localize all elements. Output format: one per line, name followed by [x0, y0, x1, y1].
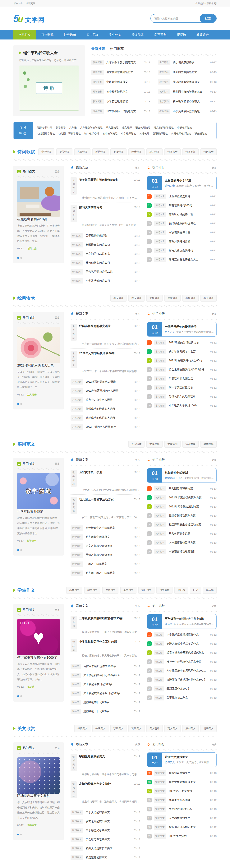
category-badge[interactable]: 读后感	[70, 673, 81, 678]
list-item[interactable]: 读后感关于我的校园的学生日记600字03-12	[70, 689, 140, 698]
featured-article[interactable]: 名人语录2022年元宵节经典语录80句03-12元宵节对于每一个中国人来讲都是有…	[70, 348, 140, 376]
category-badge[interactable]: 读后感	[70, 639, 77, 652]
article-link[interactable]: 班主任教师工作随笔范文	[106, 110, 141, 113]
article-link[interactable]: 小年唯美句子说说100句	[169, 404, 208, 407]
list-item[interactable]: 情感美文朋友之间的友谊美文03-13	[70, 817, 140, 826]
section-tag-button[interactable]: 励志语录	[164, 294, 180, 302]
article-link[interactable]: 幼儿园中班教学随笔范文	[86, 571, 131, 575]
more-link[interactable]: 更多	[135, 743, 140, 746]
card-tag-link[interactable]: 教学资料	[27, 539, 37, 542]
list-item[interactable]: 诗词大全关于现代梦想诗歌03-17	[70, 231, 140, 240]
category-badge[interactable]: 教学资料	[154, 513, 166, 518]
list-item[interactable]: 教学资料幼儿园中班教学随笔范文03-13	[70, 568, 140, 578]
category-badge[interactable]: 教学资料	[158, 89, 170, 94]
article-link[interactable]: 唐诗三百首名诗鉴赏大全	[169, 258, 208, 261]
featured-article[interactable]: 诗词大全描写爱情的古诗词03-12做诗犹如做梦，诗就是诗人的“白日梦”。常人做梦…	[70, 203, 140, 230]
section-tag-button[interactable]: 励志诗歌	[146, 148, 163, 155]
rank-list-item[interactable]: 05情感美文经典美文杂志阅读03-12	[147, 796, 217, 805]
category-badge[interactable]: 情感美文	[70, 855, 83, 860]
rank-list-item[interactable]: 06诗词大全写玫瑰的古诗十首03-12	[147, 228, 217, 237]
dot-active[interactable]	[17, 257, 19, 259]
category-badge[interactable]: 名人语录	[70, 389, 83, 394]
article-link[interactable]: 小学钱学森读后感高分作文	[167, 633, 208, 637]
rank-1-card[interactable]: 0103-12暑假生活摘抄美文情感美文暑假里，火了热情，烧了激情，浓了亲情，..…	[147, 752, 217, 767]
dot-active[interactable]	[17, 834, 19, 835]
article-link[interactable]: 英语教师教学随笔范文	[86, 553, 131, 557]
section-tag-button[interactable]: 诗歌大全	[164, 148, 180, 155]
top-tag-link[interactable]: 语文教师教学随笔	[154, 126, 174, 129]
category-badge[interactable]: 读后感	[154, 632, 164, 638]
category-badge[interactable]: 情感美文	[154, 779, 166, 785]
category-badge[interactable]: 读后感	[154, 668, 164, 674]
article-link[interactable]: 带有雪的诗句100句	[169, 204, 208, 207]
section-tag-button[interactable]: 文秘资料	[146, 441, 163, 447]
rank-list-item[interactable]: 07名人语录周一早安正能量语录03-12	[147, 383, 217, 392]
article-link[interactable]: 关于现代梦想诗歌	[86, 234, 131, 238]
article-link[interactable]: 经典美文杂志阅读	[169, 798, 208, 802]
article-link[interactable]: 六年级围绕中心意思写作文600字1...	[167, 669, 208, 673]
article-link[interactable]: 2022年元宵节经典语录80句	[79, 351, 131, 355]
article-link[interactable]: 中班语言活动教案设计	[169, 550, 208, 553]
article-link[interactable]: 幼儿体育教学反思	[169, 532, 208, 535]
section-tag-button[interactable]: 观后感	[174, 587, 188, 594]
list-item[interactable]: 教学资料中班教学随笔范文03-13	[70, 560, 140, 568]
card-article-title[interactable]: 崔颢最出名的诗10篇	[17, 217, 47, 221]
section-tag-button[interactable]: 文案策划	[164, 441, 180, 447]
article-link[interactable]: 600字美文摘抄	[169, 834, 208, 838]
rank-list-item[interactable]: 04情感美文600字热门美文摘抄03-13	[147, 786, 217, 796]
article-link[interactable]: 适合发朋友圈的再见2022你好2022...	[169, 368, 208, 371]
list-item[interactable]: 情感美文关于感恩父母的美文03-13	[70, 826, 140, 835]
category-badge[interactable]: 情感美文	[70, 828, 83, 833]
article-link[interactable]: 600字热门美文摘抄	[169, 789, 208, 793]
article-link[interactable]: 八年级数学教学随笔范文	[86, 526, 131, 530]
article-link[interactable]: 关于爱情的理解美文	[86, 811, 131, 814]
featured-article[interactable]: 读后感小学生秋收劳动作文素材10篇03-12相信大家都知道，秋天是收获的季节，又…	[70, 637, 140, 660]
hero-list-item[interactable]: 教学资料初中教学随笔心得范文03-13	[158, 97, 217, 106]
category-badge[interactable]: 诗词大全	[154, 194, 166, 199]
top-tag-link[interactable]: 初中教学心得	[84, 132, 99, 135]
dot[interactable]	[20, 257, 22, 259]
article-link[interactable]: 寒假生活故事的美文	[79, 754, 131, 758]
hero-list-item[interactable]: 教学资料初中教学随笔范文03-13	[91, 87, 150, 97]
list-item[interactable]: 读后感傅雷家书读后感作文1000字03-12	[70, 662, 140, 671]
list-item[interactable]: 教学资料语文教师教学随笔范文03-13	[70, 541, 140, 551]
section-tag-button[interactable]: 生活美文	[92, 725, 108, 732]
category-badge[interactable]: 教学资料	[158, 99, 170, 104]
carousel-dots[interactable]	[17, 833, 60, 836]
card-tag-link[interactable]: 教学资料	[165, 476, 175, 480]
article-link[interactable]: 2022浪漫的爱情经典语录	[169, 341, 208, 344]
rank-list-item[interactable]: 06情感美文美文欣赏600字左右03-13	[147, 805, 217, 813]
list-item[interactable]: 名人语录经典努力奋斗名人语录03-12	[70, 396, 140, 404]
article-link[interactable]: 三年级我眼中的缤纷世界作文15篇	[79, 616, 131, 620]
rank-list-item[interactable]: 03诗词大全带有雪的诗句100句03-12	[147, 201, 217, 210]
category-badge[interactable]: 名人语录	[154, 358, 166, 363]
section-tag-button[interactable]: 经典诗歌	[128, 148, 144, 155]
category-badge[interactable]: 读后感	[70, 709, 81, 714]
hero-featured-title[interactable]: 端午节现代诗歌大全	[23, 50, 58, 55]
article-link[interactable]: 精美爱情短篇哲理美文	[169, 780, 208, 784]
list-item[interactable]: 读后感关于我的学校日记600字03-12	[70, 680, 140, 689]
card-article-title[interactable]: 职场励志故事美文欣赏	[17, 794, 50, 798]
nav-item-5[interactable]: 美文欣赏	[127, 30, 149, 39]
article-link[interactable]: 最新元旦作文600字	[167, 687, 208, 690]
article-link[interactable]: 关于我的学校日记600字	[84, 683, 131, 686]
category-badge[interactable]: 诗词大全	[70, 177, 77, 194]
card-image[interactable]	[17, 757, 60, 794]
rank-list-item[interactable]: 03情感美文精美爱情短篇哲理美文03-13	[147, 777, 217, 786]
category-badge[interactable]: 教学资料	[70, 525, 83, 531]
article-link[interactable]: 激励成功的优秀名人语录	[86, 416, 131, 420]
nav-item-3[interactable]: 实用范文	[81, 30, 104, 39]
tab-latest-recommend[interactable]: 最新推荐	[91, 46, 105, 51]
article-link[interactable]: 五年级那一刻我长大了作文5篇	[165, 617, 204, 620]
list-item[interactable]: 教学资料幼儿园教学随笔范文03-13	[70, 532, 140, 541]
section-tag-button[interactable]: 原创美文	[183, 725, 199, 732]
hero-featured-card[interactable]: 端午节现代诗歌大全 粽叶飘香，是端午来临的气息。每家每户洋溢的是节日的气... …	[13, 45, 85, 116]
article-link[interactable]: 写玫瑰的古诗十首	[169, 231, 208, 234]
card-tag-link[interactable]: 名人语录	[27, 393, 37, 396]
article-link[interactable]: 友情的经典出色美文摘抄	[79, 781, 131, 786]
category-badge[interactable]: 情感美文	[154, 788, 166, 794]
rank-list-item[interactable]: 03读后感走进大自然小学二年级作文03-12	[147, 639, 217, 648]
more-link[interactable]: 更多	[135, 312, 140, 315]
featured-article[interactable]: 名人语录经典温馨简短的早安语录03-12早晨是一天的开始，道句早安，以舒适的心情…	[70, 321, 140, 349]
top-tag-link[interactable]: 英语教师教学随笔	[171, 132, 191, 135]
